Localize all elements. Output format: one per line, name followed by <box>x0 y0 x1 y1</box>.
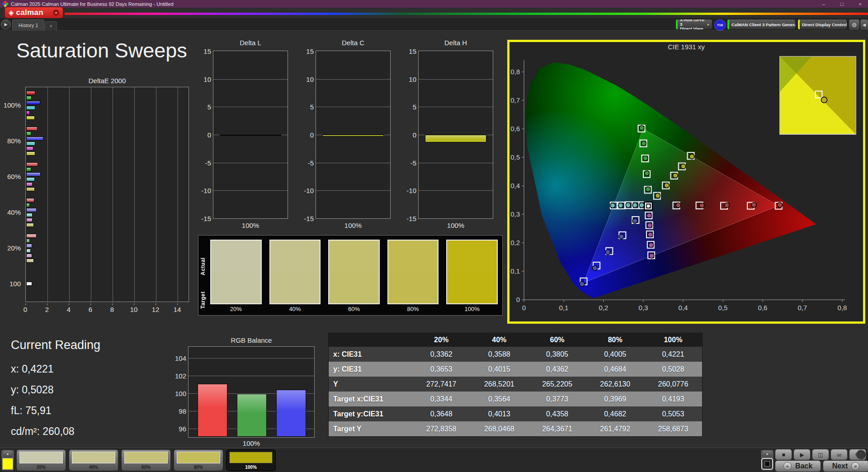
pattern-button-80%[interactable]: 80% <box>174 449 223 471</box>
next-label: Next <box>832 462 848 470</box>
table-cell: 0,3588 <box>470 350 528 359</box>
cie-inset <box>780 57 856 134</box>
table-cell: 0,4015 <box>470 365 528 373</box>
meter-dropdown[interactable]: X-Rite i1Pro 3 Direct View ▼ <box>675 19 712 30</box>
back-button[interactable]: « Back <box>775 460 821 472</box>
white-point-circle <box>646 204 651 208</box>
meter-badge: 710 <box>714 19 726 31</box>
swatch-panel: Actual Target 20%40%60%80%100% <box>198 235 503 316</box>
green-measured-circle <box>646 187 651 192</box>
gridline <box>47 87 48 302</box>
pattern-button-20%[interactable]: 20% <box>16 449 66 471</box>
swatch-row: 20%40%60%80%100% <box>210 240 498 313</box>
settings-button[interactable]: ⚙ <box>849 19 860 31</box>
target-label: Target <box>200 277 206 309</box>
y-tick-label: 5 <box>413 103 416 111</box>
table-cell: 262,6130 <box>586 380 644 388</box>
close-button[interactable]: × <box>859 1 862 7</box>
cie-panel: CIE 1931 xy <box>507 40 865 324</box>
y-tick-label: 0,3 <box>510 210 520 218</box>
y-tick-label: 0 <box>208 131 211 139</box>
deltae-bar <box>26 254 32 258</box>
cie-diagram: 00,10,20,30,40,50,60,70,800,10,20,30,40,… <box>509 52 863 321</box>
up-arrow-icon: ▲ <box>766 452 769 455</box>
green-measured-circle <box>639 126 644 131</box>
deltae-bar <box>26 116 35 120</box>
pattern-button-60%[interactable]: 60% <box>121 449 171 471</box>
x-tick-label: 12 <box>152 306 160 313</box>
swatch-label: 20% <box>210 304 262 313</box>
gridline <box>213 163 288 163</box>
meter-mode: Direct View <box>680 27 707 30</box>
deltae-bar <box>26 142 35 146</box>
pattern-window-toggle-button[interactable] <box>761 458 773 470</box>
loop-button[interactable]: ∞ <box>830 449 848 460</box>
pattern-swatch <box>72 452 115 463</box>
calman-logo-label: calman <box>16 8 43 17</box>
quick-color-swatch[interactable] <box>2 458 13 470</box>
table-cell: 0,3653 <box>412 365 470 373</box>
table-row: Target y:CIE310,36480,40130,43580,46820,… <box>329 406 702 421</box>
red-measured-circle <box>724 203 729 208</box>
pattern-window-button[interactable]: ◫ <box>812 449 829 460</box>
collapse-up-button[interactable]: ▲ <box>763 451 772 457</box>
minimize-button[interactable]: – <box>822 1 825 7</box>
table-cell: 0,5028 <box>644 365 702 373</box>
stop-button[interactable]: ■ <box>775 449 792 460</box>
swatch-target <box>211 272 261 304</box>
tab-history[interactable]: History 1 <box>12 19 44 31</box>
collapse-up-button[interactable]: ▲ <box>3 451 12 457</box>
x-tick-label: 0,2 <box>599 304 609 312</box>
new-tab-button[interactable]: + <box>45 21 57 31</box>
deltae-bar <box>26 151 35 156</box>
swatch-box <box>210 240 262 304</box>
red-measured-circle <box>751 203 756 208</box>
table-row-label: x: CIE31 <box>329 350 412 359</box>
table-row: Target x:CIE310,33440,35640,37730,39690,… <box>329 392 702 406</box>
swatch-target <box>388 272 438 304</box>
play-button[interactable]: ▶ <box>793 449 811 460</box>
table-cell: 0,5053 <box>644 410 702 418</box>
x-tick-label: 14 <box>174 306 181 313</box>
actual-label: Actual <box>200 244 206 275</box>
pattern-button-100%[interactable]: 100% <box>226 449 276 471</box>
table-cell: 0,3773 <box>528 395 586 403</box>
pattern-buttons: 20%40%60%80%100% <box>16 449 276 471</box>
deltae-bar <box>26 213 33 217</box>
table-cell: 258,6873 <box>644 425 702 433</box>
x-tick-label: 0,1 <box>559 304 569 312</box>
deltae-ylabels: 100%80%60%40%20%100 <box>0 87 24 302</box>
pattern-generator-dropdown[interactable]: CalMAN Client 3 Pattern Generator ▼ <box>727 19 796 30</box>
transport-panel: ■ ▶ ◫ ∞ ⟳ <box>775 449 866 460</box>
pattern-button-40%[interactable]: 40% <box>69 449 118 471</box>
next-button[interactable]: Next » <box>823 460 868 472</box>
display-control-dropdown[interactable]: Direct Display Control ▼ <box>797 19 847 30</box>
y-tick-label: 0,6 <box>510 125 520 132</box>
gridline <box>419 190 493 191</box>
logo-menu-button[interactable]: ▼ <box>53 9 59 16</box>
gridline <box>156 87 156 302</box>
x-tick-label: 6 <box>89 306 92 313</box>
y-tick-label: -5 <box>308 159 314 166</box>
table-cell: 0,4358 <box>528 410 586 418</box>
x-tick-label: 0,7 <box>798 304 807 312</box>
green-measured-circle <box>641 141 646 146</box>
y-tick-label: 10 <box>306 75 314 83</box>
x-tick-label: 0,8 <box>838 304 847 312</box>
red-bar <box>198 384 227 437</box>
collapse-panel-button[interactable]: ◀ <box>860 19 868 31</box>
pattern-label: 100% <box>226 463 275 471</box>
calman-logo-button[interactable]: ◈ calman ▼ <box>5 7 63 19</box>
calman-diamond-icon: ◈ <box>9 9 14 17</box>
maximize-button[interactable]: □ <box>840 1 844 7</box>
magenta-measured-circle <box>649 253 654 258</box>
blue-measured-circle <box>580 282 585 287</box>
pattern-label: 20% <box>17 463 66 471</box>
swatch-label: 60% <box>328 304 380 313</box>
tab-scroll-button[interactable]: ▶ <box>1 19 11 29</box>
x-tick-label: 0,6 <box>758 304 768 312</box>
delta-h-chart: Delta H 151050-5-10-15 100% <box>418 39 493 241</box>
green-measured-circle <box>643 156 648 160</box>
gear-icon: ⚙ <box>852 22 857 28</box>
table-row: Y272,7417268,5201265,2205262,6130260,077… <box>329 377 702 392</box>
